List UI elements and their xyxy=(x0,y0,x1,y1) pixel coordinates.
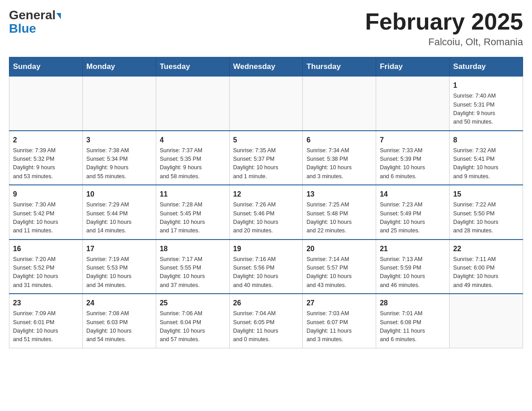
day-number: 11 xyxy=(160,189,226,200)
page-header: General Blue February 2025 Falcoiu, Olt,… xyxy=(9,9,523,48)
day-info: Sunrise: 7:29 AM Sunset: 5:44 PM Dayligh… xyxy=(86,201,152,235)
calendar-cell: 9Sunrise: 7:30 AM Sunset: 5:42 PM Daylig… xyxy=(9,185,83,240)
calendar-cell xyxy=(450,294,523,348)
day-number: 28 xyxy=(380,298,446,308)
day-info: Sunrise: 7:33 AM Sunset: 5:39 PM Dayligh… xyxy=(380,146,446,181)
col-header-tuesday: Tuesday xyxy=(156,57,229,76)
day-number: 12 xyxy=(233,189,299,200)
calendar-cell: 10Sunrise: 7:29 AM Sunset: 5:44 PM Dayli… xyxy=(82,185,156,240)
calendar-cell xyxy=(156,76,229,131)
day-info: Sunrise: 7:32 AM Sunset: 5:41 PM Dayligh… xyxy=(453,146,519,181)
col-header-saturday: Saturday xyxy=(450,57,523,76)
month-title: February 2025 xyxy=(365,9,523,34)
day-number: 16 xyxy=(13,244,79,254)
calendar-week-1: 1Sunrise: 7:40 AM Sunset: 5:31 PM Daylig… xyxy=(9,76,523,131)
day-number: 19 xyxy=(233,244,299,254)
day-number: 25 xyxy=(160,298,226,308)
day-number: 26 xyxy=(233,298,299,308)
day-number: 14 xyxy=(380,189,446,200)
calendar-cell: 4Sunrise: 7:37 AM Sunset: 5:35 PM Daylig… xyxy=(156,131,229,185)
calendar-cell: 6Sunrise: 7:34 AM Sunset: 5:38 PM Daylig… xyxy=(303,131,376,185)
calendar-cell: 28Sunrise: 7:01 AM Sunset: 6:08 PM Dayli… xyxy=(376,294,450,348)
calendar-cell: 1Sunrise: 7:40 AM Sunset: 5:31 PM Daylig… xyxy=(450,76,523,131)
day-number: 13 xyxy=(306,189,372,200)
title-section: February 2025 Falcoiu, Olt, Romania xyxy=(365,9,523,48)
day-info: Sunrise: 7:11 AM Sunset: 6:00 PM Dayligh… xyxy=(453,255,519,290)
day-number: 5 xyxy=(233,135,299,146)
day-number: 10 xyxy=(86,189,152,200)
calendar-cell: 12Sunrise: 7:26 AM Sunset: 5:46 PM Dayli… xyxy=(229,185,303,240)
col-header-monday: Monday xyxy=(82,57,156,76)
calendar-cell: 3Sunrise: 7:38 AM Sunset: 5:34 PM Daylig… xyxy=(82,131,156,185)
calendar-week-5: 23Sunrise: 7:09 AM Sunset: 6:01 PM Dayli… xyxy=(9,294,523,348)
day-info: Sunrise: 7:40 AM Sunset: 5:31 PM Dayligh… xyxy=(453,92,519,127)
col-header-friday: Friday xyxy=(376,57,450,76)
calendar-cell xyxy=(229,76,303,131)
logo-line2: Blue xyxy=(9,21,36,36)
day-number: 9 xyxy=(13,189,79,200)
day-number: 23 xyxy=(13,298,79,308)
day-info: Sunrise: 7:04 AM Sunset: 6:05 PM Dayligh… xyxy=(233,309,299,344)
day-number: 3 xyxy=(86,135,152,146)
calendar-cell xyxy=(376,76,450,131)
calendar-cell: 22Sunrise: 7:11 AM Sunset: 6:00 PM Dayli… xyxy=(450,240,523,294)
calendar-cell: 18Sunrise: 7:17 AM Sunset: 5:55 PM Dayli… xyxy=(156,240,229,294)
calendar-table: SundayMondayTuesdayWednesdayThursdayFrid… xyxy=(9,57,523,348)
day-info: Sunrise: 7:08 AM Sunset: 6:03 PM Dayligh… xyxy=(86,309,152,344)
day-info: Sunrise: 7:28 AM Sunset: 5:45 PM Dayligh… xyxy=(160,201,226,235)
calendar-cell: 25Sunrise: 7:06 AM Sunset: 6:04 PM Dayli… xyxy=(156,294,229,348)
day-number: 24 xyxy=(86,298,152,308)
day-info: Sunrise: 7:17 AM Sunset: 5:55 PM Dayligh… xyxy=(160,255,226,290)
calendar-cell: 26Sunrise: 7:04 AM Sunset: 6:05 PM Dayli… xyxy=(229,294,303,348)
day-number: 2 xyxy=(13,135,79,146)
day-number: 21 xyxy=(380,244,446,254)
day-info: Sunrise: 7:30 AM Sunset: 5:42 PM Dayligh… xyxy=(13,201,79,235)
day-info: Sunrise: 7:14 AM Sunset: 5:57 PM Dayligh… xyxy=(306,255,372,290)
day-number: 20 xyxy=(306,244,372,254)
day-info: Sunrise: 7:35 AM Sunset: 5:37 PM Dayligh… xyxy=(233,146,299,181)
day-info: Sunrise: 7:34 AM Sunset: 5:38 PM Dayligh… xyxy=(306,146,372,181)
day-number: 17 xyxy=(86,244,152,254)
day-number: 18 xyxy=(160,244,226,254)
day-info: Sunrise: 7:39 AM Sunset: 5:32 PM Dayligh… xyxy=(13,146,79,181)
calendar-cell: 8Sunrise: 7:32 AM Sunset: 5:41 PM Daylig… xyxy=(450,131,523,185)
day-info: Sunrise: 7:23 AM Sunset: 5:49 PM Dayligh… xyxy=(380,201,446,235)
calendar-cell: 21Sunrise: 7:13 AM Sunset: 5:59 PM Dayli… xyxy=(376,240,450,294)
logo-line1: General xyxy=(9,9,61,21)
day-number: 27 xyxy=(306,298,372,308)
day-info: Sunrise: 7:22 AM Sunset: 5:50 PM Dayligh… xyxy=(453,201,519,235)
calendar-cell: 24Sunrise: 7:08 AM Sunset: 6:03 PM Dayli… xyxy=(82,294,156,348)
calendar-cell: 13Sunrise: 7:25 AM Sunset: 5:48 PM Dayli… xyxy=(303,185,376,240)
calendar-cell: 11Sunrise: 7:28 AM Sunset: 5:45 PM Dayli… xyxy=(156,185,229,240)
day-number: 22 xyxy=(453,244,519,254)
day-number: 7 xyxy=(380,135,446,146)
calendar-week-3: 9Sunrise: 7:30 AM Sunset: 5:42 PM Daylig… xyxy=(9,185,523,240)
calendar-cell: 20Sunrise: 7:14 AM Sunset: 5:57 PM Dayli… xyxy=(303,240,376,294)
day-info: Sunrise: 7:37 AM Sunset: 5:35 PM Dayligh… xyxy=(160,146,226,181)
logo-triangle-icon xyxy=(56,13,61,19)
day-number: 4 xyxy=(160,135,226,146)
day-info: Sunrise: 7:09 AM Sunset: 6:01 PM Dayligh… xyxy=(13,309,79,344)
day-info: Sunrise: 7:13 AM Sunset: 5:59 PM Dayligh… xyxy=(380,255,446,290)
col-header-thursday: Thursday xyxy=(303,57,376,76)
day-number: 15 xyxy=(453,189,519,200)
calendar-cell: 19Sunrise: 7:16 AM Sunset: 5:56 PM Dayli… xyxy=(229,240,303,294)
day-number: 1 xyxy=(453,80,519,91)
day-info: Sunrise: 7:01 AM Sunset: 6:08 PM Dayligh… xyxy=(380,309,446,344)
calendar-cell: 7Sunrise: 7:33 AM Sunset: 5:39 PM Daylig… xyxy=(376,131,450,185)
calendar-cell: 2Sunrise: 7:39 AM Sunset: 5:32 PM Daylig… xyxy=(9,131,83,185)
day-number: 6 xyxy=(306,135,372,146)
location: Falcoiu, Olt, Romania xyxy=(365,36,523,48)
day-info: Sunrise: 7:03 AM Sunset: 6:07 PM Dayligh… xyxy=(306,309,372,344)
day-number: 8 xyxy=(453,135,519,146)
calendar-cell: 23Sunrise: 7:09 AM Sunset: 6:01 PM Dayli… xyxy=(9,294,83,348)
col-header-sunday: Sunday xyxy=(9,57,83,76)
day-info: Sunrise: 7:38 AM Sunset: 5:34 PM Dayligh… xyxy=(86,146,152,181)
calendar-cell: 15Sunrise: 7:22 AM Sunset: 5:50 PM Dayli… xyxy=(450,185,523,240)
calendar-cell: 16Sunrise: 7:20 AM Sunset: 5:52 PM Dayli… xyxy=(9,240,83,294)
day-info: Sunrise: 7:20 AM Sunset: 5:52 PM Dayligh… xyxy=(13,255,79,290)
calendar-cell: 5Sunrise: 7:35 AM Sunset: 5:37 PM Daylig… xyxy=(229,131,303,185)
calendar-cell: 17Sunrise: 7:19 AM Sunset: 5:53 PM Dayli… xyxy=(82,240,156,294)
day-info: Sunrise: 7:26 AM Sunset: 5:46 PM Dayligh… xyxy=(233,201,299,235)
calendar-week-4: 16Sunrise: 7:20 AM Sunset: 5:52 PM Dayli… xyxy=(9,240,523,294)
